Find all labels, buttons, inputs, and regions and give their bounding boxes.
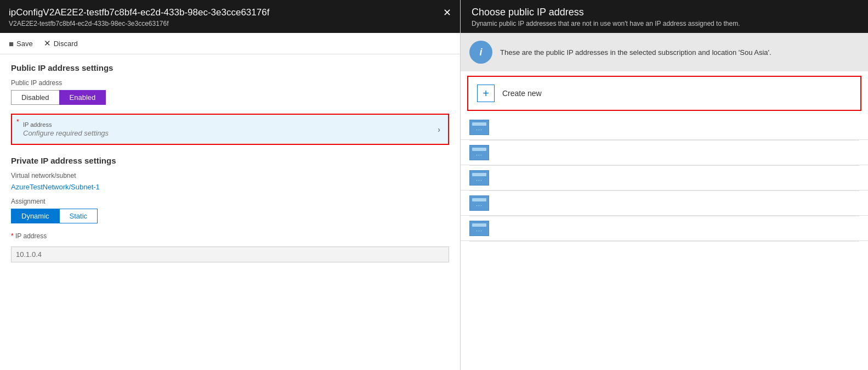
enabled-toggle-btn[interactable]: Enabled — [59, 90, 106, 105]
list-item[interactable] — [461, 191, 868, 216]
create-new-label: Create new — [502, 89, 542, 98]
save-icon: ■ — [9, 39, 14, 48]
public-ip-toggle-group: Disabled Enabled — [11, 90, 449, 105]
private-ip-section: Private IP address settings Virtual netw… — [11, 156, 449, 262]
private-ip-required-star: * — [11, 232, 14, 240]
info-banner: i These are the public IP addresses in t… — [461, 33, 868, 71]
list-item[interactable] — [461, 141, 868, 165]
left-header-subtitle: V2AE2E2-testfb7c8bf4-ec2d-433b-98ec-3e3c… — [9, 20, 451, 27]
private-ip-label: * IP address — [11, 232, 449, 240]
virtual-network-label: Virtual network/subnet — [11, 172, 449, 180]
ip-address-field-name: IP address — [23, 121, 438, 128]
disabled-toggle-btn[interactable]: Disabled — [11, 90, 59, 105]
separator — [469, 241, 859, 242]
right-header-title: Choose public IP address — [472, 7, 857, 18]
private-ip-input[interactable] — [11, 246, 449, 262]
right-content: i These are the public IP addresses in t… — [461, 33, 868, 370]
save-label: Save — [16, 40, 33, 48]
public-ip-field-label: Public IP address — [11, 79, 449, 87]
static-toggle-btn[interactable]: Static — [59, 209, 98, 223]
ip-resource-icon — [469, 145, 489, 160]
info-icon: i — [479, 47, 482, 58]
chevron-right-icon: › — [438, 125, 440, 134]
ip-resource-icon — [469, 170, 489, 186]
left-panel: ipConfigV2AE2E2-testfb7c8bf4-ec2d-433b-9… — [0, 0, 461, 370]
private-ip-field-label: IP address — [15, 232, 47, 240]
left-header: ipConfigV2AE2E2-testfb7c8bf4-ec2d-433b-9… — [0, 0, 460, 33]
assignment-toggle-group: Dynamic Static — [11, 209, 449, 223]
list-item[interactable] — [461, 216, 868, 241]
right-header: Choose public IP address Dynamic public … — [461, 0, 868, 33]
ip-resource-icon — [469, 195, 489, 211]
list-item[interactable] — [461, 115, 868, 140]
left-header-title: ipConfigV2AE2E2-testfb7c8bf4-ec2d-433b-9… — [9, 7, 451, 19]
ip-address-selector[interactable]: * IP address Configure required settings… — [11, 114, 449, 145]
ip-resource-icon — [469, 120, 489, 135]
info-icon-wrap: i — [469, 41, 492, 64]
dynamic-toggle-btn[interactable]: Dynamic — [11, 209, 59, 223]
ip-address-field-inner: IP address Configure required settings — [20, 121, 438, 137]
public-ip-section-title: Public IP address settings — [11, 63, 449, 72]
right-panel: Choose public IP address Dynamic public … — [461, 0, 868, 370]
private-ip-section-title: Private IP address settings — [11, 156, 449, 165]
right-header-subtitle: Dynamic public IP addresses that are not… — [472, 20, 857, 27]
discard-icon: ✕ — [44, 38, 51, 48]
save-button[interactable]: ■ Save — [9, 39, 33, 48]
left-content: Public IP address settings Public IP add… — [0, 54, 460, 370]
create-new-plus-icon: + — [477, 85, 495, 102]
ip-address-placeholder: Configure required settings — [23, 129, 438, 137]
assignment-label: Assignment — [11, 198, 449, 205]
required-star: * — [16, 118, 19, 126]
ip-resource-icon — [469, 221, 489, 236]
info-text: These are the public IP addresses in the… — [500, 48, 771, 57]
discard-button[interactable]: ✕ Discard — [44, 38, 78, 48]
close-button[interactable]: ✕ — [443, 8, 451, 18]
toolbar: ■ Save ✕ Discard — [0, 33, 460, 54]
virtual-network-link[interactable]: AzureTestNetwork/Subnet-1 — [11, 183, 449, 191]
create-new-row[interactable]: + Create new — [467, 76, 861, 111]
discard-label: Discard — [54, 40, 78, 48]
list-item[interactable] — [461, 166, 868, 190]
